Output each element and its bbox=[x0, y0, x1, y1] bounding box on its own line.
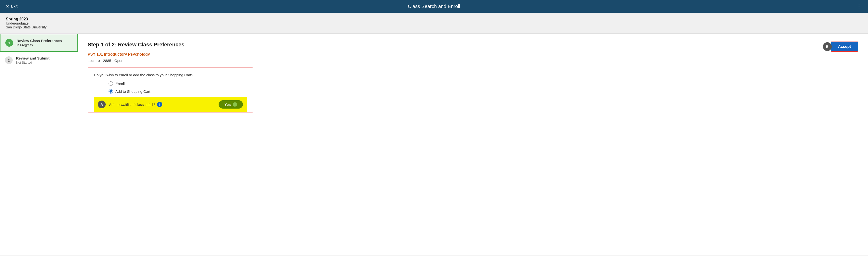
menu-button[interactable]: ⋮ bbox=[856, 3, 862, 9]
step-1-label: Review Class Preferences bbox=[17, 39, 62, 43]
enroll-question: Do you wish to enroll or add the class t… bbox=[94, 73, 247, 77]
step-2-status: Not Started bbox=[16, 61, 50, 64]
step-2-info: Review and Submit Not Started bbox=[16, 56, 50, 64]
university-label: San Diego State University bbox=[6, 25, 862, 29]
header-title: Class Search and Enroll bbox=[408, 4, 460, 9]
course-section: Lecture - 2885 - Open bbox=[88, 59, 858, 63]
step-1-number: 1 bbox=[5, 39, 13, 47]
shopping-cart-radio-option[interactable]: Add to Shopping Cart bbox=[108, 89, 247, 94]
header: ✕ Exit Class Search and Enroll ⋮ bbox=[0, 0, 868, 13]
shopping-cart-label: Add to Shopping Cart bbox=[115, 89, 150, 94]
step-2-label: Review and Submit bbox=[16, 56, 50, 60]
b-badge: B bbox=[823, 42, 832, 51]
term-bar: Spring 2023 Undergraduate San Diego Stat… bbox=[0, 13, 868, 34]
radio-group: Enroll Add to Shopping Cart bbox=[94, 81, 247, 94]
a-badge: A bbox=[98, 101, 106, 108]
waitlist-label: Add to waitlist if class is full? bbox=[109, 103, 155, 107]
shopping-cart-radio[interactable] bbox=[108, 89, 113, 94]
sidebar-item-review-class-preferences[interactable]: 1 Review Class Preferences In Progress bbox=[0, 34, 78, 52]
step-heading: Step 1 of 2: Review Class Preferences bbox=[88, 41, 858, 48]
exit-label: Exit bbox=[11, 4, 18, 8]
waitlist-left: A Add to waitlist if class is full? i bbox=[98, 101, 162, 108]
content-area: B Accept Step 1 of 2: Review Class Prefe… bbox=[78, 34, 868, 255]
step-2-number: 2 bbox=[5, 57, 13, 64]
step-1-info: Review Class Preferences In Progress bbox=[17, 39, 62, 47]
course-title: PSY 101 Introductory Psychology bbox=[88, 52, 858, 57]
waitlist-toggle-button[interactable]: Yes bbox=[219, 100, 243, 109]
waitlist-bar: A Add to waitlist if class is full? i Ye… bbox=[94, 97, 247, 112]
main-layout: 1 Review Class Preferences In Progress 2… bbox=[0, 34, 868, 255]
enroll-radio[interactable] bbox=[108, 81, 113, 86]
toggle-circle-icon bbox=[233, 102, 237, 107]
info-icon[interactable]: i bbox=[157, 102, 162, 107]
step-1-status: In Progress bbox=[17, 43, 62, 47]
sidebar-item-review-and-submit[interactable]: 2 Review and Submit Not Started bbox=[0, 52, 78, 69]
accept-button[interactable]: Accept bbox=[831, 41, 858, 52]
toggle-yes-label: Yes bbox=[224, 103, 231, 107]
accept-area: B Accept bbox=[823, 41, 858, 52]
sidebar: 1 Review Class Preferences In Progress 2… bbox=[0, 34, 78, 255]
semester-label: Spring 2023 bbox=[6, 17, 862, 22]
more-options-icon: ⋮ bbox=[856, 3, 862, 9]
enroll-radio-option[interactable]: Enroll bbox=[108, 81, 247, 86]
enroll-label: Enroll bbox=[115, 82, 125, 86]
enrollment-box: Do you wish to enroll or add the class t… bbox=[88, 68, 253, 112]
level-label: Undergraduate bbox=[6, 22, 862, 25]
x-icon: ✕ bbox=[6, 4, 9, 9]
exit-button[interactable]: ✕ Exit bbox=[6, 4, 18, 9]
